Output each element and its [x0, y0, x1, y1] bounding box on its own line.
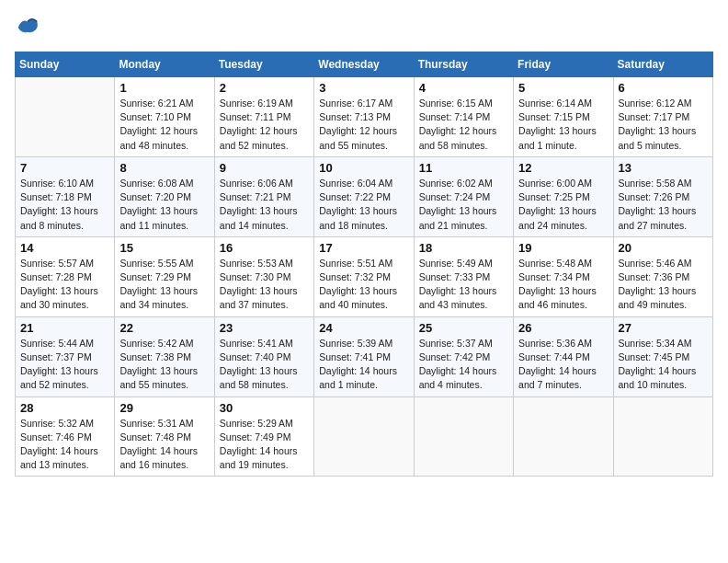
day-info: Sunrise: 6:15 AM Sunset: 7:14 PM Dayligh…	[419, 97, 508, 153]
calendar-cell: 2Sunrise: 6:19 AM Sunset: 7:11 PM Daylig…	[214, 77, 313, 157]
day-number: 29	[119, 401, 209, 415]
day-info: Sunrise: 5:32 AM Sunset: 7:46 PM Dayligh…	[20, 417, 109, 473]
header-day-thursday: Thursday	[414, 52, 513, 77]
day-info: Sunrise: 5:57 AM Sunset: 7:28 PM Dayligh…	[20, 257, 109, 313]
calendar-cell	[613, 396, 712, 477]
day-info: Sunrise: 5:41 AM Sunset: 7:40 PM Dayligh…	[220, 337, 309, 393]
day-number: 20	[619, 241, 708, 255]
header-day-saturday: Saturday	[613, 52, 712, 77]
day-info: Sunrise: 5:55 AM Sunset: 7:29 PM Dayligh…	[119, 257, 209, 313]
calendar-cell: 9Sunrise: 6:06 AM Sunset: 7:21 PM Daylig…	[214, 156, 313, 236]
day-number: 23	[220, 321, 309, 335]
day-number: 16	[220, 241, 309, 255]
day-number: 6	[619, 81, 708, 95]
day-number: 8	[119, 161, 209, 175]
calendar-cell	[414, 396, 513, 477]
calendar-table: SundayMondayTuesdayWednesdayThursdayFrid…	[15, 52, 713, 477]
day-number: 25	[419, 321, 508, 335]
header-day-monday: Monday	[115, 52, 214, 77]
day-number: 5	[518, 81, 608, 95]
day-info: Sunrise: 6:10 AM Sunset: 7:18 PM Dayligh…	[20, 177, 109, 233]
page-header	[15, 15, 713, 40]
calendar-cell	[514, 396, 613, 477]
calendar-cell: 3Sunrise: 6:17 AM Sunset: 7:13 PM Daylig…	[314, 77, 414, 157]
header-day-friday: Friday	[514, 52, 613, 77]
calendar-cell: 5Sunrise: 6:14 AM Sunset: 7:15 PM Daylig…	[514, 77, 613, 157]
week-row-3: 14Sunrise: 5:57 AM Sunset: 7:28 PM Dayli…	[16, 236, 713, 316]
logo-icon	[15, 15, 40, 40]
day-number: 12	[518, 161, 608, 175]
calendar-cell: 25Sunrise: 5:37 AM Sunset: 7:42 PM Dayli…	[414, 316, 513, 396]
day-info: Sunrise: 5:51 AM Sunset: 7:32 PM Dayligh…	[319, 257, 408, 313]
day-info: Sunrise: 5:49 AM Sunset: 7:33 PM Dayligh…	[419, 257, 508, 313]
day-info: Sunrise: 6:14 AM Sunset: 7:15 PM Dayligh…	[518, 97, 608, 153]
day-number: 2	[220, 81, 309, 95]
calendar-cell: 17Sunrise: 5:51 AM Sunset: 7:32 PM Dayli…	[314, 236, 414, 316]
day-info: Sunrise: 6:12 AM Sunset: 7:17 PM Dayligh…	[619, 97, 708, 153]
day-number: 14	[20, 241, 109, 255]
calendar-cell: 13Sunrise: 5:58 AM Sunset: 7:26 PM Dayli…	[613, 156, 712, 236]
calendar-cell: 30Sunrise: 5:29 AM Sunset: 7:49 PM Dayli…	[214, 396, 313, 477]
day-number: 7	[20, 161, 109, 175]
day-info: Sunrise: 5:31 AM Sunset: 7:48 PM Dayligh…	[119, 417, 209, 473]
calendar-cell: 4Sunrise: 6:15 AM Sunset: 7:14 PM Daylig…	[414, 77, 513, 157]
day-info: Sunrise: 6:19 AM Sunset: 7:11 PM Dayligh…	[220, 97, 309, 153]
day-number: 21	[20, 321, 109, 335]
day-info: Sunrise: 5:58 AM Sunset: 7:26 PM Dayligh…	[619, 177, 708, 233]
day-number: 17	[319, 241, 408, 255]
header-row: SundayMondayTuesdayWednesdayThursdayFrid…	[16, 52, 713, 77]
calendar-cell: 1Sunrise: 6:21 AM Sunset: 7:10 PM Daylig…	[115, 77, 214, 157]
calendar-cell: 29Sunrise: 5:31 AM Sunset: 7:48 PM Dayli…	[115, 396, 214, 477]
header-day-wednesday: Wednesday	[314, 52, 414, 77]
day-number: 27	[619, 321, 708, 335]
week-row-2: 7Sunrise: 6:10 AM Sunset: 7:18 PM Daylig…	[16, 156, 713, 236]
day-number: 13	[619, 161, 708, 175]
week-row-5: 28Sunrise: 5:32 AM Sunset: 7:46 PM Dayli…	[16, 396, 713, 477]
day-info: Sunrise: 5:42 AM Sunset: 7:38 PM Dayligh…	[119, 337, 209, 393]
day-number: 1	[119, 81, 209, 95]
calendar-cell: 19Sunrise: 5:48 AM Sunset: 7:34 PM Dayli…	[514, 236, 613, 316]
day-info: Sunrise: 5:34 AM Sunset: 7:45 PM Dayligh…	[619, 337, 708, 393]
header-day-sunday: Sunday	[16, 52, 115, 77]
calendar-cell: 18Sunrise: 5:49 AM Sunset: 7:33 PM Dayli…	[414, 236, 513, 316]
day-number: 19	[518, 241, 608, 255]
day-info: Sunrise: 6:17 AM Sunset: 7:13 PM Dayligh…	[319, 97, 408, 153]
day-info: Sunrise: 5:39 AM Sunset: 7:41 PM Dayligh…	[319, 337, 408, 393]
day-info: Sunrise: 6:04 AM Sunset: 7:22 PM Dayligh…	[319, 177, 408, 233]
day-number: 4	[419, 81, 508, 95]
day-number: 30	[220, 401, 309, 415]
day-number: 22	[119, 321, 209, 335]
day-info: Sunrise: 5:46 AM Sunset: 7:36 PM Dayligh…	[619, 257, 708, 313]
day-number: 11	[419, 161, 508, 175]
calendar-cell: 16Sunrise: 5:53 AM Sunset: 7:30 PM Dayli…	[214, 236, 313, 316]
calendar-cell: 22Sunrise: 5:42 AM Sunset: 7:38 PM Dayli…	[115, 316, 214, 396]
day-info: Sunrise: 6:00 AM Sunset: 7:25 PM Dayligh…	[518, 177, 608, 233]
calendar-cell: 20Sunrise: 5:46 AM Sunset: 7:36 PM Dayli…	[613, 236, 712, 316]
calendar-cell	[314, 396, 414, 477]
calendar-cell: 7Sunrise: 6:10 AM Sunset: 7:18 PM Daylig…	[16, 156, 115, 236]
day-info: Sunrise: 5:53 AM Sunset: 7:30 PM Dayligh…	[220, 257, 309, 313]
day-info: Sunrise: 5:44 AM Sunset: 7:37 PM Dayligh…	[20, 337, 109, 393]
calendar-cell: 24Sunrise: 5:39 AM Sunset: 7:41 PM Dayli…	[314, 316, 414, 396]
day-info: Sunrise: 5:36 AM Sunset: 7:44 PM Dayligh…	[518, 337, 608, 393]
day-number: 26	[518, 321, 608, 335]
day-info: Sunrise: 6:08 AM Sunset: 7:20 PM Dayligh…	[119, 177, 209, 233]
week-row-1: 1Sunrise: 6:21 AM Sunset: 7:10 PM Daylig…	[16, 77, 713, 157]
day-info: Sunrise: 5:48 AM Sunset: 7:34 PM Dayligh…	[518, 257, 608, 313]
day-info: Sunrise: 5:37 AM Sunset: 7:42 PM Dayligh…	[419, 337, 508, 393]
calendar-cell: 6Sunrise: 6:12 AM Sunset: 7:17 PM Daylig…	[613, 77, 712, 157]
calendar-cell: 26Sunrise: 5:36 AM Sunset: 7:44 PM Dayli…	[514, 316, 613, 396]
day-info: Sunrise: 6:06 AM Sunset: 7:21 PM Dayligh…	[220, 177, 309, 233]
day-number: 10	[319, 161, 408, 175]
calendar-cell: 23Sunrise: 5:41 AM Sunset: 7:40 PM Dayli…	[214, 316, 313, 396]
day-number: 3	[319, 81, 408, 95]
calendar-cell	[16, 77, 115, 157]
calendar-cell: 14Sunrise: 5:57 AM Sunset: 7:28 PM Dayli…	[16, 236, 115, 316]
calendar-cell: 21Sunrise: 5:44 AM Sunset: 7:37 PM Dayli…	[16, 316, 115, 396]
calendar-cell: 27Sunrise: 5:34 AM Sunset: 7:45 PM Dayli…	[613, 316, 712, 396]
day-number: 28	[20, 401, 109, 415]
day-number: 15	[119, 241, 209, 255]
calendar-cell: 12Sunrise: 6:00 AM Sunset: 7:25 PM Dayli…	[514, 156, 613, 236]
day-number: 24	[319, 321, 408, 335]
day-info: Sunrise: 6:02 AM Sunset: 7:24 PM Dayligh…	[419, 177, 508, 233]
